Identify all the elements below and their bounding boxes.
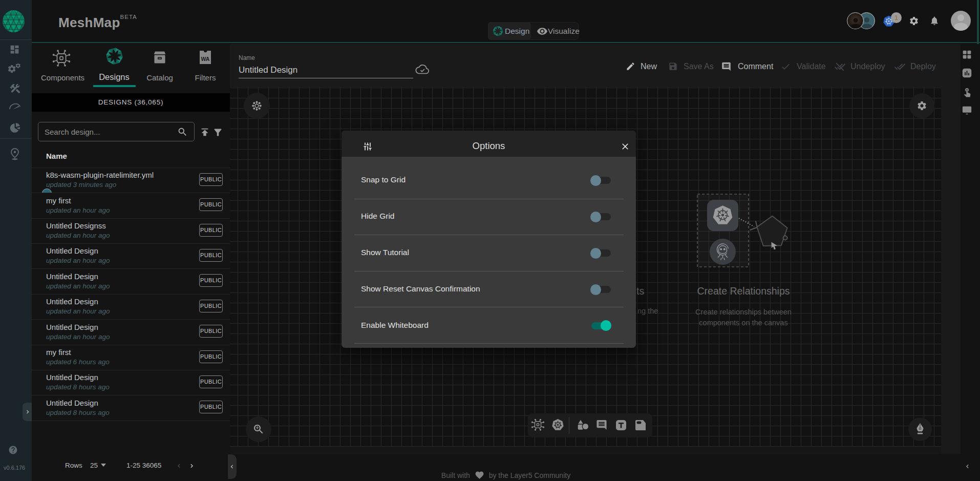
svg-text:WA: WA — [201, 56, 210, 62]
